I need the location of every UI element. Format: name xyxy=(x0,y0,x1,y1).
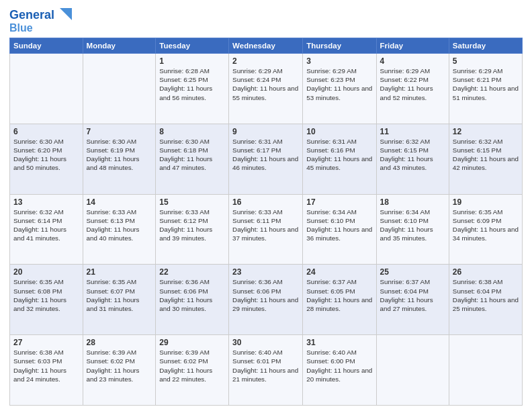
day-number: 18 xyxy=(380,197,445,207)
calendar-cell: 19Sunrise: 6:35 AMSunset: 6:09 PMDayligh… xyxy=(449,194,522,265)
calendar-cell: 2Sunrise: 6:29 AMSunset: 6:24 PMDaylight… xyxy=(229,54,303,124)
calendar-cell: 6Sunrise: 6:30 AMSunset: 6:20 PMDaylight… xyxy=(10,124,83,194)
day-number: 29 xyxy=(159,338,225,347)
day-number: 10 xyxy=(306,127,372,136)
calendar-cell: 8Sunrise: 6:30 AMSunset: 6:18 PMDaylight… xyxy=(156,124,229,194)
logo-blue-text: Blue xyxy=(9,23,33,34)
day-number: 23 xyxy=(232,267,299,277)
day-number: 11 xyxy=(380,127,445,136)
col-header-friday: Friday xyxy=(376,38,449,54)
svg-marker-0 xyxy=(60,8,72,20)
day-info: Sunrise: 6:30 AMSunset: 6:20 PMDaylight:… xyxy=(13,137,79,173)
logo-arrow-icon xyxy=(57,8,72,20)
day-info: Sunrise: 6:29 AMSunset: 6:22 PMDaylight:… xyxy=(380,66,445,102)
calendar-cell: 31Sunrise: 6:40 AMSunset: 6:00 PMDayligh… xyxy=(303,335,376,406)
day-info: Sunrise: 6:39 AMSunset: 6:02 PMDaylight:… xyxy=(87,348,152,383)
col-header-saturday: Saturday xyxy=(449,38,522,54)
calendar-cell: 13Sunrise: 6:32 AMSunset: 6:14 PMDayligh… xyxy=(10,194,83,265)
calendar-cell: 17Sunrise: 6:34 AMSunset: 6:10 PMDayligh… xyxy=(303,194,376,265)
calendar-table: SundayMondayTuesdayWednesdayThursdayFrid… xyxy=(9,38,523,406)
day-info: Sunrise: 6:30 AMSunset: 6:19 PMDaylight:… xyxy=(87,137,152,173)
day-info: Sunrise: 6:39 AMSunset: 6:02 PMDaylight:… xyxy=(159,348,225,383)
calendar-cell: 29Sunrise: 6:39 AMSunset: 6:02 PMDayligh… xyxy=(156,335,229,406)
col-header-tuesday: Tuesday xyxy=(156,38,229,54)
calendar-cell xyxy=(449,335,522,406)
calendar-cell: 28Sunrise: 6:39 AMSunset: 6:02 PMDayligh… xyxy=(83,335,156,406)
logo: General Blue xyxy=(9,7,72,34)
day-info: Sunrise: 6:36 AMSunset: 6:06 PMDaylight:… xyxy=(232,277,299,313)
day-number: 26 xyxy=(453,267,519,277)
calendar-cell: 4Sunrise: 6:29 AMSunset: 6:22 PMDaylight… xyxy=(376,54,449,124)
calendar-cell: 27Sunrise: 6:38 AMSunset: 6:03 PMDayligh… xyxy=(10,335,83,406)
day-number: 9 xyxy=(232,127,299,136)
col-header-thursday: Thursday xyxy=(303,38,376,54)
day-number: 21 xyxy=(87,267,152,277)
day-number: 17 xyxy=(306,197,372,207)
day-number: 12 xyxy=(453,127,519,136)
calendar-cell xyxy=(376,335,449,406)
day-number: 28 xyxy=(87,338,152,347)
calendar-cell: 1Sunrise: 6:28 AMSunset: 6:25 PMDaylight… xyxy=(156,54,229,124)
day-info: Sunrise: 6:38 AMSunset: 6:03 PMDaylight:… xyxy=(13,348,79,383)
day-info: Sunrise: 6:31 AMSunset: 6:16 PMDaylight:… xyxy=(306,137,372,173)
day-number: 5 xyxy=(453,56,519,66)
day-number: 8 xyxy=(159,127,225,136)
calendar-cell: 22Sunrise: 6:36 AMSunset: 6:06 PMDayligh… xyxy=(156,265,229,335)
day-number: 1 xyxy=(159,56,225,66)
calendar-cell: 14Sunrise: 6:33 AMSunset: 6:13 PMDayligh… xyxy=(83,194,156,265)
day-info: Sunrise: 6:32 AMSunset: 6:15 PMDaylight:… xyxy=(380,137,445,173)
day-number: 19 xyxy=(453,197,519,207)
day-info: Sunrise: 6:30 AMSunset: 6:18 PMDaylight:… xyxy=(159,137,225,173)
calendar-cell: 11Sunrise: 6:32 AMSunset: 6:15 PMDayligh… xyxy=(376,124,449,194)
calendar-cell: 25Sunrise: 6:37 AMSunset: 6:04 PMDayligh… xyxy=(376,265,449,335)
day-info: Sunrise: 6:33 AMSunset: 6:13 PMDaylight:… xyxy=(87,208,152,243)
calendar-cell: 23Sunrise: 6:36 AMSunset: 6:06 PMDayligh… xyxy=(229,265,303,335)
day-number: 16 xyxy=(232,197,299,207)
day-info: Sunrise: 6:28 AMSunset: 6:25 PMDaylight:… xyxy=(159,66,225,102)
calendar-cell: 12Sunrise: 6:32 AMSunset: 6:15 PMDayligh… xyxy=(449,124,522,194)
day-info: Sunrise: 6:37 AMSunset: 6:04 PMDaylight:… xyxy=(380,277,445,313)
day-number: 31 xyxy=(306,338,372,347)
calendar-cell: 5Sunrise: 6:29 AMSunset: 6:21 PMDaylight… xyxy=(449,54,522,124)
calendar-cell xyxy=(10,54,83,124)
calendar-cell: 24Sunrise: 6:37 AMSunset: 6:05 PMDayligh… xyxy=(303,265,376,335)
calendar-cell: 18Sunrise: 6:34 AMSunset: 6:10 PMDayligh… xyxy=(376,194,449,265)
day-info: Sunrise: 6:32 AMSunset: 6:15 PMDaylight:… xyxy=(453,137,519,173)
day-number: 13 xyxy=(13,197,79,207)
day-number: 2 xyxy=(232,56,299,66)
calendar-cell: 16Sunrise: 6:33 AMSunset: 6:11 PMDayligh… xyxy=(229,194,303,265)
calendar-cell: 7Sunrise: 6:30 AMSunset: 6:19 PMDaylight… xyxy=(83,124,156,194)
day-info: Sunrise: 6:35 AMSunset: 6:07 PMDaylight:… xyxy=(87,277,152,313)
day-info: Sunrise: 6:36 AMSunset: 6:06 PMDaylight:… xyxy=(159,277,225,313)
logo-text: General xyxy=(9,9,54,21)
day-info: Sunrise: 6:37 AMSunset: 6:05 PMDaylight:… xyxy=(306,277,372,313)
day-number: 25 xyxy=(380,267,445,277)
day-info: Sunrise: 6:29 AMSunset: 6:24 PMDaylight:… xyxy=(232,66,299,102)
day-info: Sunrise: 6:33 AMSunset: 6:12 PMDaylight:… xyxy=(159,208,225,243)
col-header-monday: Monday xyxy=(83,38,156,54)
day-info: Sunrise: 6:34 AMSunset: 6:10 PMDaylight:… xyxy=(380,208,445,243)
day-info: Sunrise: 6:29 AMSunset: 6:23 PMDaylight:… xyxy=(306,66,372,102)
calendar-cell xyxy=(83,54,156,124)
day-info: Sunrise: 6:29 AMSunset: 6:21 PMDaylight:… xyxy=(453,66,519,102)
header: General Blue xyxy=(9,7,523,34)
day-number: 3 xyxy=(306,56,372,66)
day-info: Sunrise: 6:31 AMSunset: 6:17 PMDaylight:… xyxy=(232,137,299,173)
day-number: 4 xyxy=(380,56,445,66)
day-info: Sunrise: 6:40 AMSunset: 6:01 PMDaylight:… xyxy=(232,348,299,383)
calendar-cell: 9Sunrise: 6:31 AMSunset: 6:17 PMDaylight… xyxy=(229,124,303,194)
day-number: 7 xyxy=(87,127,152,136)
day-info: Sunrise: 6:33 AMSunset: 6:11 PMDaylight:… xyxy=(232,208,299,243)
day-number: 20 xyxy=(13,267,79,277)
day-info: Sunrise: 6:32 AMSunset: 6:14 PMDaylight:… xyxy=(13,208,79,243)
day-number: 27 xyxy=(13,338,79,347)
day-number: 14 xyxy=(87,197,152,207)
page: General Blue SundayMondayTuesdayWednesda… xyxy=(0,0,532,411)
day-number: 30 xyxy=(232,338,299,347)
day-info: Sunrise: 6:34 AMSunset: 6:10 PMDaylight:… xyxy=(306,208,372,243)
col-header-wednesday: Wednesday xyxy=(229,38,303,54)
day-info: Sunrise: 6:38 AMSunset: 6:04 PMDaylight:… xyxy=(453,277,519,313)
day-number: 22 xyxy=(159,267,225,277)
calendar-cell: 26Sunrise: 6:38 AMSunset: 6:04 PMDayligh… xyxy=(449,265,522,335)
calendar-cell: 15Sunrise: 6:33 AMSunset: 6:12 PMDayligh… xyxy=(156,194,229,265)
